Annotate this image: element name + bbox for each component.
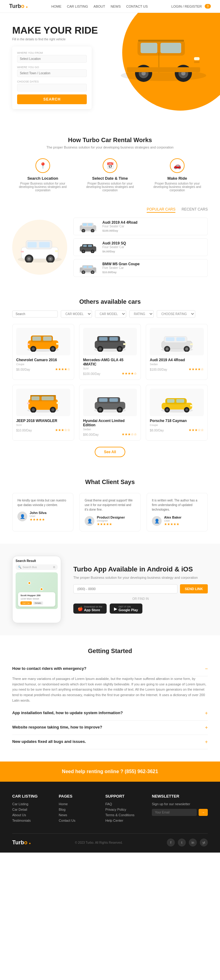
- nav-contact[interactable]: CONTACT US: [126, 5, 148, 8]
- get-car-btn[interactable]: Get Car: [21, 601, 32, 605]
- footer-link-terms[interactable]: Terms & Conditions: [105, 813, 143, 817]
- nav-news[interactable]: NEWS: [111, 5, 121, 8]
- see-all-button[interactable]: See All: [95, 447, 125, 457]
- rating-filter[interactable]: RATING: [129, 310, 154, 318]
- location-address: 1234 Main Street: [21, 597, 53, 600]
- car-model2-filter[interactable]: CAR MODEL: [95, 310, 126, 318]
- playstore-badge[interactable]: ▶ GET IT ON Google Play: [110, 603, 142, 614]
- svg-point-83: [166, 347, 169, 350]
- car-1-name: Chevrolet Camaro 2016: [16, 358, 70, 362]
- jeep-svg: [25, 393, 61, 412]
- footer-col-1: CAR LISTING Car Listing Car Detail About…: [12, 794, 49, 824]
- tab-recent-cars[interactable]: RECENT CARS: [182, 207, 208, 213]
- car-3-stars: ★★★★☆: [188, 367, 204, 371]
- faq-item-2-header[interactable]: App installation failed, how to update s…: [12, 706, 208, 721]
- car-4-name: JEEP 2018 WRANGLER: [16, 418, 70, 423]
- where-to-input[interactable]: [17, 69, 87, 77]
- testi-1-author: 👤 John Silva User ★★★★★: [18, 511, 68, 522]
- svg-point-75: [118, 347, 121, 350]
- faq-item-1: How to contact riders with emergency? − …: [12, 662, 208, 706]
- popular-car-item-2[interactable]: Audi 2019 SQ Four Seater Car $4.00/Day: [73, 239, 208, 256]
- footer-link-faq[interactable]: FAQ: [105, 802, 143, 806]
- appstore-text: Download on the App Store: [84, 605, 102, 612]
- faq-item-4-header[interactable]: New updates fixed all bugs and issues. +: [12, 735, 208, 749]
- testi-3-name: Alex Baker: [164, 515, 182, 519]
- step-3-name: Make Ride: [150, 176, 205, 181]
- faq-q-4: New updates fixed all bugs and issues.: [12, 739, 202, 744]
- popular-car-item-1[interactable]: Audi 2019 A4 4Road Four Seater Car $100.…: [73, 218, 208, 235]
- car-card-6[interactable]: Porsche 718 Cayman Coupe $8.00/Day ★★★☆☆: [146, 385, 208, 441]
- car-card-5[interactable]: Hyundai Accent Limited Edition Sedan $90…: [79, 385, 141, 441]
- nav-home[interactable]: HOME: [51, 5, 61, 8]
- mockup-map: Scott Hopper 200 1234 Main Street Get Ca…: [16, 572, 58, 609]
- testi-3-text: It is written well. The author has a fir…: [152, 498, 202, 512]
- youtube-icon[interactable]: yt: [200, 838, 208, 846]
- footer-link-privacy[interactable]: Privacy Policy: [105, 808, 143, 811]
- testi-card-1: He kindly que rimita but can nuestro que…: [12, 493, 73, 531]
- faq-item-1-header[interactable]: How to contact riders with emergency? −: [12, 662, 208, 676]
- footer-link-home[interactable]: Home: [59, 802, 96, 806]
- testi-2-role: Designer: [97, 519, 125, 522]
- tab-popular-cars[interactable]: POPULAR CARS: [147, 207, 175, 213]
- facebook-icon[interactable]: f: [167, 838, 175, 846]
- svg-point-44: [83, 251, 84, 252]
- car-card-4[interactable]: JEEP 2018 WRANGLER SUV $10.00/Day ★★★☆☆: [12, 385, 74, 441]
- testi-3-info: Alex Baker User ★★★★★: [164, 515, 182, 526]
- faq-q-3: Website response taking time, how to imp…: [12, 725, 202, 729]
- make-ride-icon: 🚗: [170, 158, 185, 173]
- footer-link-contact[interactable]: Contact Us: [59, 819, 96, 822]
- car-card-2[interactable]: Mercedes-AMG GLA 45 4MATIC SUV $100.00/D…: [79, 324, 141, 380]
- location-actions: Get Car Details: [21, 601, 53, 605]
- nav-listing[interactable]: CAR LISTING: [67, 5, 88, 8]
- footer-link-car-listing[interactable]: Car Listing: [12, 802, 49, 806]
- footer-link-testimonials[interactable]: Testimonials: [12, 819, 49, 822]
- cart-badge[interactable]: 0: [205, 4, 211, 8]
- newsletter-input[interactable]: [152, 809, 197, 816]
- car-card-3[interactable]: Audi 2019 A4 4Road Sedan $100.00/Day ★★★…: [146, 324, 208, 380]
- step-2: 📅 Select Date & Time Proper Business sol…: [83, 158, 137, 192]
- details-btn[interactable]: Details: [33, 601, 43, 605]
- testimonials-section: What Client Says He kindly que rimita bu…: [0, 466, 220, 544]
- car-4-type: SUV: [16, 423, 70, 426]
- where-to-label: WHERE YOU GO: [17, 66, 87, 69]
- dates-input[interactable]: 12/17/2023 - 12/31/2023: [17, 84, 87, 91]
- send-link-button[interactable]: SEND LINK: [180, 584, 208, 593]
- nav-about[interactable]: ABOUT: [94, 5, 105, 8]
- footer-link-blog[interactable]: Blog: [59, 808, 96, 811]
- car-3-name: Audi 2019 A4 4Road: [150, 358, 204, 362]
- faq-item-3-header[interactable]: Website response taking time, how to imp…: [12, 721, 208, 735]
- faq-q-2: App installation failed, how to update s…: [12, 711, 202, 715]
- testi-1-stars: ★★★★★: [30, 518, 46, 522]
- svg-point-23: [28, 258, 30, 260]
- footer-link-help[interactable]: Help Center: [105, 819, 143, 822]
- footer-link-car-detail[interactable]: Car Detail: [12, 808, 49, 811]
- svg-rect-28: [21, 251, 24, 252]
- playstore-label: GET IT ON: [118, 605, 138, 608]
- car-3-type: Sedan: [150, 363, 204, 366]
- svg-rect-80: [166, 337, 174, 341]
- footer-link-news[interactable]: News: [59, 813, 96, 817]
- footer-newsletter-desc: Sign up for our newsletter: [152, 802, 208, 806]
- choose-rating-filter[interactable]: CHOOSE RATING: [157, 310, 195, 318]
- appstore-badge[interactable]: 🍎 Download on the App Store: [73, 603, 107, 614]
- search-button[interactable]: SEARCH: [17, 94, 87, 104]
- car-5-bottom: $90.00/Day ★★★☆☆: [83, 432, 137, 437]
- newsletter-submit[interactable]: →: [199, 809, 208, 816]
- linkedin-icon[interactable]: in: [189, 838, 197, 846]
- car-card-1[interactable]: Chevrolet Camaro 2016 Coupe $8.00/Day ★★…: [12, 324, 74, 380]
- popular-section: POPULAR CARS RECENT CARS: [0, 207, 220, 289]
- twitter-icon[interactable]: t: [178, 838, 186, 846]
- login-link[interactable]: LOGIN / REGISTER: [171, 5, 202, 8]
- popular-car-item-3[interactable]: BMW M5 Gran Coupe Five Seater Car $10.00…: [73, 259, 208, 277]
- app-phone-input[interactable]: [73, 584, 177, 593]
- footer-logo-accent: o: [24, 840, 27, 846]
- testimonials-grid: He kindly que rimita but can nuestro que…: [12, 493, 208, 531]
- svg-rect-3: [140, 43, 157, 53]
- logo[interactable]: Turbo ●: [9, 3, 28, 10]
- car-model-filter[interactable]: CAR MODEL: [61, 310, 92, 318]
- footer-link-about[interactable]: About Us: [12, 813, 49, 817]
- search-filter-input[interactable]: [12, 310, 58, 318]
- cta-phone[interactable]: (855) 962-3621: [125, 769, 158, 774]
- testi-1-info: John Silva User ★★★★★: [30, 511, 46, 522]
- where-from-input[interactable]: [17, 55, 87, 63]
